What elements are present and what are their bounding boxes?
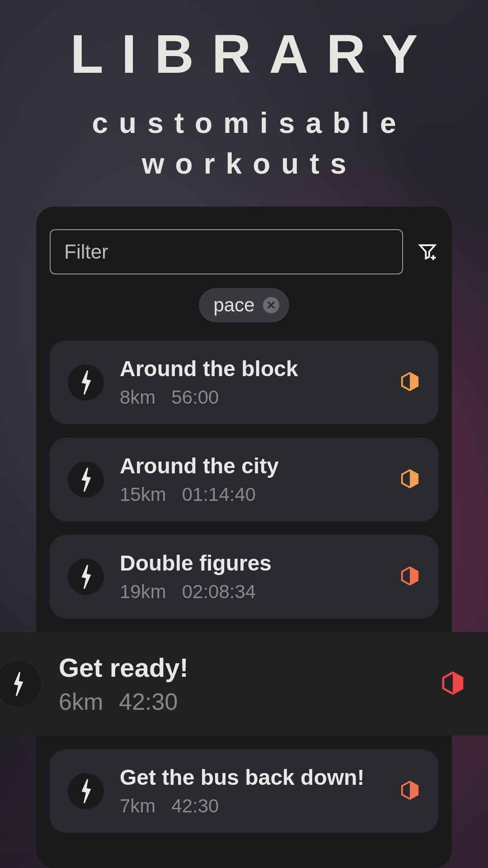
workout-bolt-icon [0, 661, 41, 707]
chip-close-icon[interactable]: ✕ [263, 297, 279, 313]
workout-stats: 8km56:00 [120, 387, 384, 408]
workout-info: Around the block8km56:00 [120, 356, 384, 408]
workout-duration: 02:08:34 [182, 581, 256, 603]
workout-distance: 7km [120, 795, 155, 817]
workout-distance: 8km [120, 387, 155, 408]
workout-distance: 19km [120, 581, 166, 603]
workout-info: Get the bus back down!7km42:30 [120, 765, 384, 817]
workout-bolt-icon [68, 462, 104, 498]
workout-duration: 01:14:40 [182, 484, 256, 505]
filter-add-icon[interactable] [417, 241, 438, 263]
workout-item[interactable]: Get the bus back down!7km42:30 [50, 749, 438, 833]
workout-item[interactable]: Double figures19km02:08:34 [50, 535, 438, 618]
chip-label: pace [213, 294, 254, 316]
page-title: LIBRARY [52, 23, 436, 85]
workout-distance: 6km [59, 688, 103, 715]
difficulty-icon [399, 468, 420, 491]
workout-panel: Filter pace ✕ Around the block8km56:00 [36, 207, 452, 868]
filter-chip-pace[interactable]: pace ✕ [199, 288, 289, 322]
workout-bolt-icon [68, 364, 104, 401]
workout-info: Double figures19km02:08:34 [120, 551, 384, 603]
workout-stats: 6km42:30 [59, 688, 422, 715]
workouts-list: Around the block8km56:00 Around the city… [36, 340, 452, 833]
workout-stats: 19km02:08:34 [120, 581, 384, 603]
workout-info: Get ready!6km42:30 [59, 652, 422, 715]
workout-stats: 7km42:30 [120, 795, 384, 817]
workout-item[interactable]: Around the block8km56:00 [50, 340, 438, 424]
workout-title: Double figures [120, 551, 384, 576]
workout-title: Get the bus back down! [120, 765, 384, 790]
difficulty-icon [399, 566, 420, 588]
difficulty-icon [440, 670, 465, 698]
filter-placeholder: Filter [64, 241, 108, 263]
workout-duration: 56:00 [171, 387, 219, 408]
difficulty-icon [399, 371, 420, 394]
workout-info: Around the city15km01:14:40 [120, 453, 384, 505]
workout-title: Around the city [120, 453, 384, 478]
filter-input[interactable]: Filter [50, 229, 403, 274]
workout-distance: 15km [120, 484, 166, 505]
workout-item[interactable]: Around the city15km01:14:40 [50, 438, 438, 521]
workout-title: Around the block [120, 356, 384, 381]
workout-item[interactable]: Get ready!6km42:30 [0, 632, 488, 736]
workout-stats: 15km01:14:40 [120, 484, 384, 505]
workout-duration: 42:30 [171, 795, 219, 817]
workout-title: Get ready! [59, 652, 422, 683]
difficulty-icon [399, 780, 420, 802]
workout-bolt-icon [68, 773, 104, 809]
workout-duration: 42:30 [119, 688, 178, 715]
page-subtitle: customisable workouts [81, 103, 407, 184]
workout-bolt-icon [68, 559, 104, 595]
